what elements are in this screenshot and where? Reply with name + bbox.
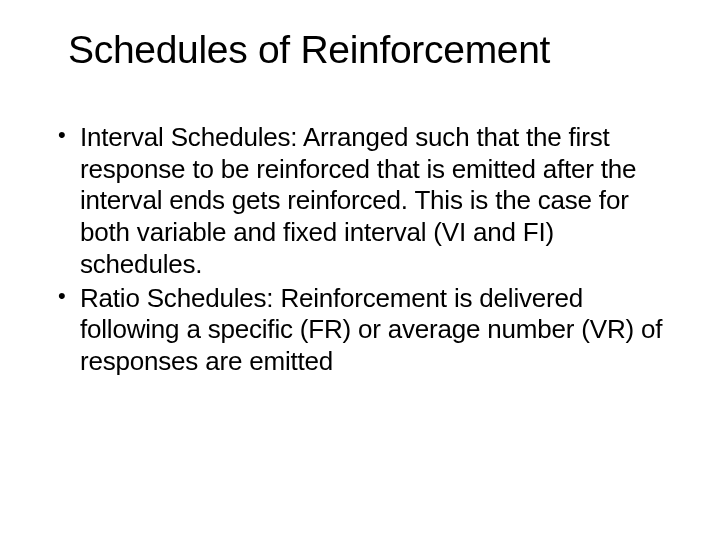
bullet-item: Interval Schedules: Arranged such that t… — [52, 122, 668, 281]
slide-container: Schedules of Reinforcement Interval Sche… — [0, 0, 720, 540]
bullet-item: Ratio Schedules: Reinforcement is delive… — [52, 283, 668, 378]
slide-title: Schedules of Reinforcement — [68, 28, 668, 72]
slide-content: Interval Schedules: Arranged such that t… — [52, 122, 668, 378]
